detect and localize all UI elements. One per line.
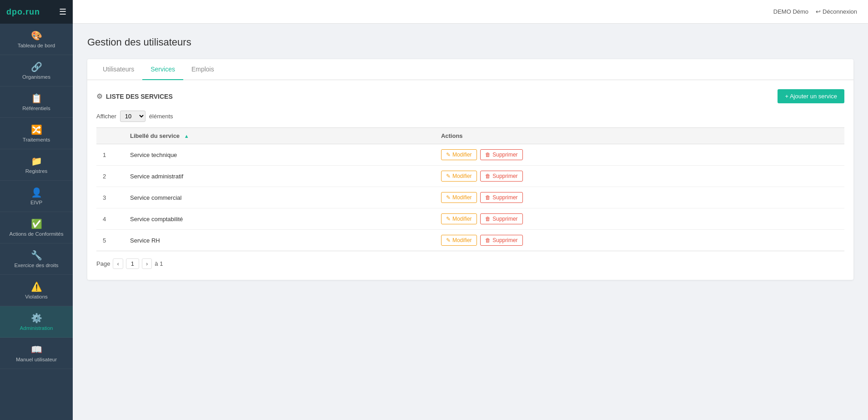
row-num: 3	[96, 187, 124, 208]
main-content: DEMO Démo ↩ Déconnexion Gestion des util…	[73, 0, 868, 420]
table-body: 1 Service technique ✎ Modifier 🗑 Supprim…	[96, 144, 844, 251]
topbar-user: DEMO Démo	[773, 8, 808, 15]
table-row: 4 Service comptabilité ✎ Modifier 🗑 Supp…	[96, 208, 844, 230]
table-row: 2 Service administratif ✎ Modifier 🗑 Sup…	[96, 166, 844, 187]
gear-icon: ⚙	[96, 92, 102, 101]
user-label: DEMO Démo	[773, 8, 808, 15]
current-page: 1	[126, 258, 139, 269]
table-wrapper: Libellé du service ▲ Actions 1 Service t…	[87, 127, 853, 251]
row-actions: ✎ Modifier 🗑 Supprimer	[435, 208, 844, 230]
table-row: 1 Service technique ✎ Modifier 🗑 Supprim…	[96, 144, 844, 166]
content-area: Gestion des utilisateurs UtilisateursSer…	[73, 24, 868, 420]
sidebar-item-actions-conformites[interactable]: ✅Actions de Conformités	[0, 212, 73, 243]
sidebar-item-registres[interactable]: 📁Registres	[0, 149, 73, 181]
edit-button[interactable]: ✎ Modifier	[441, 213, 477, 224]
services-table: Libellé du service ▲ Actions 1 Service t…	[96, 127, 844, 251]
edit-icon: ✎	[446, 194, 451, 201]
show-controls: Afficher 102550100 éléments	[87, 111, 853, 127]
row-actions: ✎ Modifier 🗑 Supprimer	[435, 166, 844, 187]
edit-button[interactable]: ✎ Modifier	[441, 171, 477, 182]
delete-icon: 🗑	[485, 216, 491, 222]
eivp-icon: 👤	[31, 187, 42, 198]
sidebar-item-referentiels[interactable]: 📋Référentiels	[0, 86, 73, 118]
delete-icon: 🗑	[485, 237, 491, 243]
row-actions: ✎ Modifier 🗑 Supprimer	[435, 187, 844, 208]
add-service-button[interactable]: + Ajouter un service	[778, 89, 844, 103]
organismes-icon: 🔗	[31, 61, 42, 72]
row-libelle: Service commercial	[124, 187, 435, 208]
sidebar-item-administration[interactable]: ⚙️Administration	[0, 306, 73, 338]
section-header: ⚙ LISTE DES SERVICES + Ajouter un servic…	[87, 80, 853, 111]
tabs: UtilisateursServicesEmplois	[87, 59, 853, 80]
row-actions: ✎ Modifier 🗑 Supprimer	[435, 144, 844, 166]
col-actions: Actions	[435, 128, 844, 144]
logout-label: Déconnexion	[823, 8, 857, 15]
delete-button[interactable]: 🗑 Supprimer	[480, 213, 522, 224]
section-title-text: LISTE DES SERVICES	[106, 93, 173, 100]
delete-button[interactable]: 🗑 Supprimer	[480, 171, 522, 182]
row-libelle: Service RH	[124, 230, 435, 251]
table-row: 5 Service RH ✎ Modifier 🗑 Supprimer	[96, 230, 844, 251]
delete-icon: 🗑	[485, 194, 491, 201]
prev-page-button[interactable]: ‹	[113, 258, 123, 269]
sidebar-label-eivp: EIVP	[30, 200, 42, 205]
administration-icon: ⚙️	[31, 313, 42, 324]
sidebar-label-manuel-utilisateur: Manuel utilisateur	[16, 357, 57, 362]
main-card: UtilisateursServicesEmplois ⚙ LISTE DES …	[87, 59, 853, 280]
sidebar-label-actions-conformites: Actions de Conformités	[10, 231, 64, 237]
sidebar-nav: 🎨Tableau de bord🔗Organismes📋Référentiels…	[0, 24, 73, 369]
tab-services[interactable]: Services	[142, 59, 183, 80]
edit-button[interactable]: ✎ Modifier	[441, 149, 477, 160]
table-row: 3 Service commercial ✎ Modifier 🗑 Suppri…	[96, 187, 844, 208]
elements-label: éléments	[149, 113, 173, 120]
delete-button[interactable]: 🗑 Supprimer	[480, 192, 522, 203]
pagination: Page ‹ 1 › à 1	[87, 251, 853, 269]
sidebar: dpo.run ☰ 🎨Tableau de bord🔗Organismes📋Ré…	[0, 0, 73, 420]
row-actions: ✎ Modifier 🗑 Supprimer	[435, 230, 844, 251]
row-num: 4	[96, 208, 124, 230]
sidebar-item-manuel-utilisateur[interactable]: 📖Manuel utilisateur	[0, 338, 73, 369]
tab-utilisateurs[interactable]: Utilisateurs	[95, 59, 142, 80]
edit-icon: ✎	[446, 237, 451, 243]
sidebar-label-traitements: Traitements	[23, 137, 50, 142]
row-libelle: Service comptabilité	[124, 208, 435, 230]
manuel-utilisateur-icon: 📖	[31, 344, 42, 355]
show-label: Afficher	[96, 113, 116, 120]
sidebar-toggle-button[interactable]: ☰	[59, 7, 66, 17]
tableau-de-bord-icon: 🎨	[31, 30, 42, 41]
col-libelle[interactable]: Libellé du service ▲	[124, 128, 435, 144]
row-num: 5	[96, 230, 124, 251]
sidebar-label-registres: Registres	[25, 168, 48, 174]
row-num: 2	[96, 166, 124, 187]
app-logo: dpo.run	[6, 7, 40, 17]
page-label: Page	[96, 260, 110, 267]
delete-button[interactable]: 🗑 Supprimer	[480, 235, 522, 246]
referentiels-icon: 📋	[31, 93, 42, 104]
edit-icon: ✎	[446, 152, 451, 158]
sidebar-item-organismes[interactable]: 🔗Organismes	[0, 55, 73, 86]
table-header: Libellé du service ▲ Actions	[96, 128, 844, 144]
delete-icon: 🗑	[485, 173, 491, 179]
page-title: Gestion des utilisateurs	[87, 36, 853, 48]
sidebar-item-eivp[interactable]: 👤EIVP	[0, 181, 73, 212]
next-page-button[interactable]: ›	[142, 258, 152, 269]
sidebar-item-exercice-droits[interactable]: 🔧Exercice des droits	[0, 243, 73, 275]
sidebar-label-organismes: Organismes	[22, 74, 50, 80]
sidebar-label-exercice-droits: Exercice des droits	[14, 263, 58, 268]
col-num	[96, 128, 124, 144]
actions-conformites-icon: ✅	[31, 218, 42, 229]
sidebar-item-traitements[interactable]: 🔀Traitements	[0, 118, 73, 149]
edit-button[interactable]: ✎ Modifier	[441, 192, 477, 203]
edit-button[interactable]: ✎ Modifier	[441, 235, 477, 246]
exercice-droits-icon: 🔧	[31, 250, 42, 261]
sidebar-label-tableau-de-bord: Tableau de bord	[18, 43, 55, 48]
sidebar-item-tableau-de-bord[interactable]: 🎨Tableau de bord	[0, 24, 73, 55]
tab-emplois[interactable]: Emplois	[183, 59, 222, 80]
logout-button[interactable]: ↩ Déconnexion	[816, 8, 857, 15]
sidebar-header: dpo.run ☰	[0, 0, 73, 24]
delete-button[interactable]: 🗑 Supprimer	[480, 149, 522, 160]
show-select[interactable]: 102550100	[120, 111, 146, 122]
topbar: DEMO Démo ↩ Déconnexion	[73, 0, 868, 24]
sidebar-label-referentiels: Référentiels	[22, 106, 50, 111]
sidebar-item-violations[interactable]: ⚠️Violations	[0, 275, 73, 306]
